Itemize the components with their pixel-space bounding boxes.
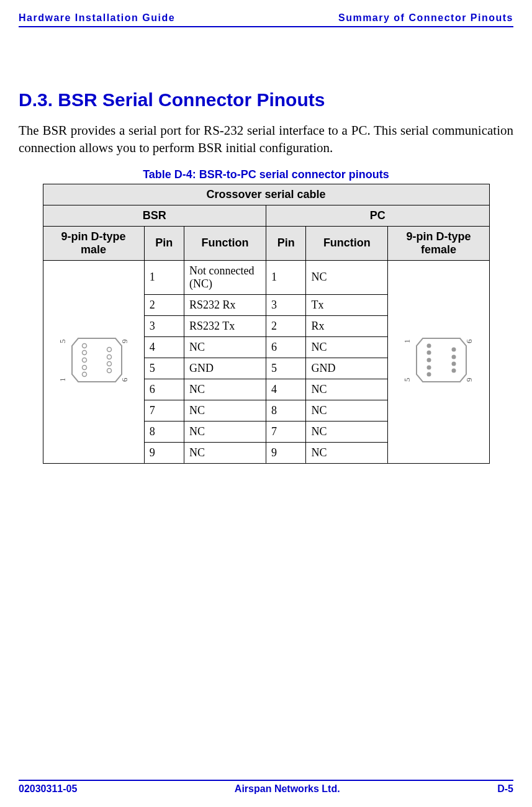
cell-pin-r: 5 xyxy=(266,358,305,379)
cell-func-r: NC xyxy=(306,421,388,442)
cell-pin-l: 6 xyxy=(144,379,184,400)
cell-func-l: RS232 Rx xyxy=(184,294,266,315)
svg-point-1 xyxy=(82,351,86,355)
connector-male-cell: 5 9 1 6 xyxy=(43,260,144,463)
table-caption: Table D-4: BSR-to-PC serial connector pi… xyxy=(19,168,513,181)
cell-pin-r: 9 xyxy=(266,442,305,463)
cell-func-r: NC xyxy=(306,260,388,294)
cell-func-l: NC xyxy=(184,379,266,400)
cell-pin-r: 2 xyxy=(266,315,305,336)
cell-pin-l: 2 xyxy=(144,294,184,315)
page-footer: 02030311-05 Airspan Networks Ltd. D-5 xyxy=(19,780,513,795)
table-sub-header-left: BSR xyxy=(43,205,266,226)
cell-func-l: NC xyxy=(184,442,266,463)
svg-point-2 xyxy=(82,358,86,363)
cell-pin-r: 1 xyxy=(266,260,305,294)
svg-text:9: 9 xyxy=(464,378,474,382)
footer-right: D-5 xyxy=(497,783,513,795)
svg-text:5: 5 xyxy=(402,378,412,382)
connector-female-cell: 1 6 5 9 xyxy=(388,260,489,463)
cell-func-r: NC xyxy=(306,379,388,400)
cell-pin-r: 6 xyxy=(266,336,305,358)
cell-func-r: NC xyxy=(306,400,388,421)
svg-point-4 xyxy=(82,372,86,377)
col-header-conn-right: 9-pin D-type female xyxy=(388,226,489,260)
svg-point-21 xyxy=(452,369,456,373)
section-heading: D.3. BSR Serial Connector Pinouts xyxy=(19,89,513,110)
cell-pin-r: 4 xyxy=(266,379,305,400)
cell-pin-l: 3 xyxy=(144,315,184,336)
cell-pin-l: 9 xyxy=(144,442,184,463)
footer-left: 02030311-05 xyxy=(19,783,77,795)
header-right: Summary of Connector Pinouts xyxy=(338,12,513,24)
svg-point-17 xyxy=(427,372,431,377)
cell-func-r: Tx xyxy=(306,294,388,315)
table-sub-header-right: PC xyxy=(266,205,489,226)
svg-point-18 xyxy=(452,348,456,352)
svg-text:1: 1 xyxy=(58,378,67,382)
svg-text:6: 6 xyxy=(120,377,129,382)
svg-point-0 xyxy=(82,344,86,348)
cell-func-l: RS232 Tx xyxy=(184,315,266,336)
svg-point-14 xyxy=(427,351,431,355)
svg-text:9: 9 xyxy=(120,340,129,344)
cell-pin-l: 8 xyxy=(144,421,184,442)
svg-point-6 xyxy=(107,355,111,359)
footer-center: Airspan Networks Ltd. xyxy=(235,783,340,795)
cell-pin-r: 3 xyxy=(266,294,305,315)
svg-point-13 xyxy=(427,344,431,348)
db9-female-icon: 1 6 5 9 xyxy=(401,332,476,388)
col-header-func-right: Function xyxy=(306,226,388,260)
col-header-pin-right: Pin xyxy=(266,226,305,260)
db9-male-icon: 5 9 1 6 xyxy=(56,332,131,388)
cell-func-l: GND xyxy=(184,358,266,379)
body-paragraph: The BSR provides a serial port for RS-23… xyxy=(19,122,513,157)
svg-point-20 xyxy=(452,362,456,366)
cell-pin-r: 8 xyxy=(266,400,305,421)
col-header-func-left: Function xyxy=(184,226,266,260)
svg-point-16 xyxy=(427,366,431,370)
cell-pin-l: 4 xyxy=(144,336,184,358)
cell-pin-l: 1 xyxy=(144,260,184,294)
header-left: Hardware Installation Guide xyxy=(19,12,175,24)
cell-func-l: NC xyxy=(184,421,266,442)
cell-func-r: NC xyxy=(306,336,388,358)
page-header: Hardware Installation Guide Summary of C… xyxy=(19,12,513,27)
col-header-conn-left: 9-pin D-type male xyxy=(43,226,144,260)
svg-point-15 xyxy=(427,358,431,363)
cell-func-r: GND xyxy=(306,358,388,379)
cell-func-l: Not connected (NC) xyxy=(184,260,266,294)
svg-point-3 xyxy=(82,366,86,370)
table-top-header: Crossover serial cable xyxy=(43,184,489,205)
col-header-pin-left: Pin xyxy=(144,226,184,260)
cell-pin-l: 5 xyxy=(144,358,184,379)
cell-pin-l: 7 xyxy=(144,400,184,421)
table-row: 5 9 1 6 1 Not connected (NC) 1 NC xyxy=(43,260,489,294)
cell-func-r: Rx xyxy=(306,315,388,336)
cell-func-l: NC xyxy=(184,400,266,421)
cell-func-l: NC xyxy=(184,336,266,358)
cell-func-r: NC xyxy=(306,442,388,463)
svg-text:1: 1 xyxy=(402,340,412,344)
pinout-table: Crossover serial cable BSR PC 9-pin D-ty… xyxy=(43,184,490,464)
svg-point-5 xyxy=(107,348,111,352)
svg-point-8 xyxy=(107,369,111,373)
svg-text:5: 5 xyxy=(58,340,67,344)
svg-point-19 xyxy=(452,355,456,359)
svg-text:6: 6 xyxy=(464,339,474,343)
cell-pin-r: 7 xyxy=(266,421,305,442)
svg-point-7 xyxy=(107,362,111,366)
